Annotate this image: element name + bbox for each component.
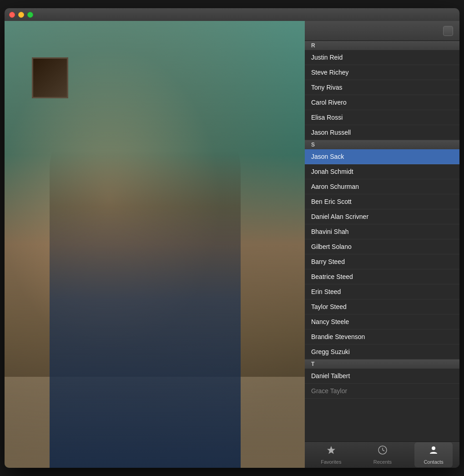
contact-item[interactable]: Jason Sack [305,149,459,164]
section-header-t: T [305,360,459,369]
contact-item[interactable]: Grace Taylor [305,384,459,399]
contact-item[interactable]: Aaron Schurman [305,179,459,194]
contact-item[interactable]: Taylor Steed [305,299,459,314]
tab-contacts[interactable]: Contacts [414,442,452,467]
contact-item[interactable]: Elisa Rossi [305,110,459,125]
contact-item[interactable]: Beatrice Steed [305,269,459,284]
contact-item[interactable]: Barry Steed [305,254,459,269]
minimize-button[interactable] [18,12,24,18]
painting-decoration [32,57,68,98]
video-placeholder [5,21,305,468]
contact-item[interactable]: Nancy Steele [305,314,459,329]
video-area [5,21,305,468]
contact-item[interactable]: Daniel Alan Scrivner [305,209,459,224]
maximize-button[interactable] [27,12,33,18]
contact-item[interactable]: Daniel Talbert [305,369,459,384]
tab-bar: FavoritesRecentsContacts [305,441,459,468]
contact-item[interactable]: Carol Rivero [305,95,459,110]
main-content: RJustin ReidSteve RicheyTony RivasCarol … [5,21,459,468]
titlebar [5,8,459,21]
contact-item[interactable]: Brandie Stevenson [305,329,459,344]
contact-item[interactable]: Gregg Suzuki [305,344,459,360]
contact-item[interactable]: Jason Russell [305,125,459,140]
window-controls [9,12,33,18]
sidebar-header [305,21,459,41]
contact-item[interactable]: Tony Rivas [305,80,459,95]
tab-label-contacts: Contacts [424,459,443,465]
tab-label-recents: Recents [373,459,392,465]
add-contact-button[interactable] [443,26,453,36]
star-icon [326,445,336,458]
close-button[interactable] [9,12,15,18]
section-header-s: S [305,140,459,149]
person-icon [429,445,439,458]
tab-label-favorites: Favorites [321,459,341,465]
svg-point-4 [432,446,435,450]
tab-recents[interactable]: Recents [364,442,401,467]
contact-item[interactable]: Gilbert Solano [305,239,459,254]
app-window: RJustin ReidSteve RicheyTony RivasCarol … [5,8,459,468]
contact-item[interactable]: Bhavini Shah [305,224,459,239]
contact-item[interactable]: Erin Steed [305,284,459,299]
contact-item[interactable]: Jonah Schmidt [305,164,459,179]
clock-icon [378,445,388,458]
sidebar: RJustin ReidSteve RicheyTony RivasCarol … [305,21,459,468]
contacts-list[interactable]: RJustin ReidSteve RicheyTony RivasCarol … [305,41,459,441]
svg-line-3 [383,450,384,451]
section-header-r: R [305,41,459,50]
tab-favorites[interactable]: Favorites [312,442,350,467]
svg-marker-0 [327,446,335,454]
contact-item[interactable]: Steve Richey [305,65,459,80]
contact-item[interactable]: Justin Reid [305,50,459,65]
contact-item[interactable]: Ben Eric Scott [305,194,459,209]
